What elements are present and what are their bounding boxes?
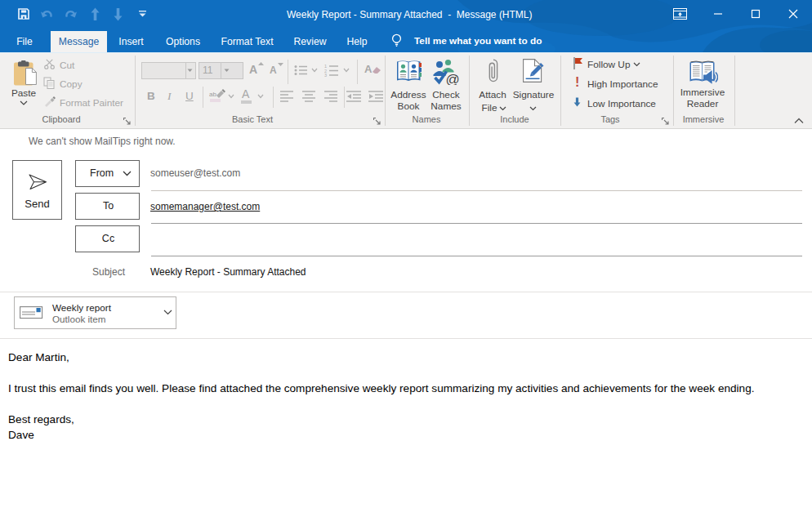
- svg-text:@: @: [446, 72, 460, 85]
- svg-text:ab: ab: [209, 91, 216, 98]
- svg-text:3: 3: [324, 73, 327, 77]
